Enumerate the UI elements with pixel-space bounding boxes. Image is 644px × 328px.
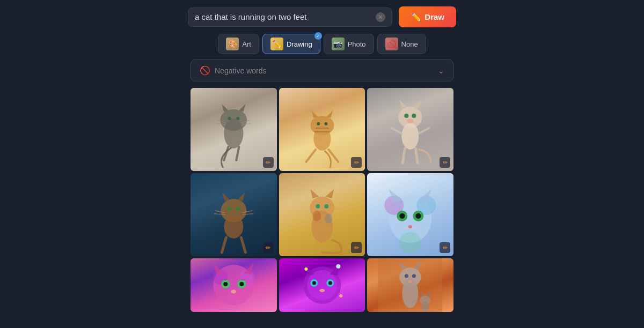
search-box: ✕: [188, 8, 392, 27]
draw-button[interactable]: ✏️ Draw: [399, 6, 456, 27]
svg-point-87: [312, 281, 316, 285]
svg-point-63: [408, 225, 413, 228]
grid-row-2: ✏ ✏: [191, 173, 453, 256]
negative-words-left: 🚫 Negative words: [200, 65, 267, 76]
svg-marker-36: [237, 192, 245, 201]
svg-line-65: [400, 229, 408, 229]
svg-marker-35: [222, 192, 230, 201]
style-tabs: 🎨 Art ✏️ Drawing ✓ 📷 Photo 🚫 None: [218, 34, 426, 54]
edit-icon-1[interactable]: ✏: [263, 157, 274, 168]
svg-point-16: [317, 122, 320, 125]
tab-drawing[interactable]: ✏️ Drawing ✓: [262, 34, 320, 54]
image-cell-3[interactable]: ✏: [367, 88, 453, 171]
tab-none[interactable]: 🚫 None: [377, 34, 426, 54]
svg-point-99: [422, 301, 429, 312]
tab-photo[interactable]: 📷 Photo: [324, 34, 374, 54]
svg-point-95: [405, 274, 408, 278]
svg-marker-25: [414, 100, 421, 108]
svg-line-43: [222, 237, 226, 252]
search-input[interactable]: [195, 12, 371, 21]
image-cell-5[interactable]: ✏: [279, 173, 365, 256]
edit-icon-3[interactable]: ✏: [440, 157, 450, 168]
svg-point-4: [228, 117, 231, 120]
svg-point-82: [304, 267, 308, 271]
edit-icon-6[interactable]: ✏: [440, 242, 450, 253]
svg-point-62: [416, 213, 421, 219]
svg-line-32: [416, 148, 418, 163]
svg-marker-47: [310, 189, 319, 198]
svg-point-38: [236, 206, 240, 211]
svg-line-40: [214, 214, 225, 214]
search-row: ✕ ✏️ Draw: [188, 6, 456, 27]
svg-line-11: [236, 147, 239, 160]
pencil-icon: ✏️: [411, 12, 421, 22]
svg-point-76: [239, 282, 244, 286]
svg-point-52: [325, 214, 332, 223]
none-thumb: 🚫: [385, 38, 398, 50]
svg-marker-24: [400, 100, 407, 108]
svg-point-61: [400, 213, 405, 219]
edit-icon-5[interactable]: ✏: [351, 242, 362, 253]
drawing-thumb: ✏️: [270, 38, 283, 50]
svg-point-88: [328, 281, 332, 285]
svg-point-13: [313, 127, 331, 151]
tab-none-label: None: [401, 40, 418, 48]
svg-point-96: [412, 274, 416, 278]
svg-point-84: [339, 294, 342, 297]
svg-line-30: [419, 128, 429, 133]
active-check-badge: ✓: [314, 32, 322, 40]
svg-point-28: [407, 119, 414, 123]
svg-point-23: [402, 123, 419, 150]
image-grid: ✏ ✏: [191, 88, 453, 312]
image-cell-2[interactable]: ✏: [279, 88, 365, 171]
image-cell-4[interactable]: ✏: [191, 173, 277, 256]
svg-point-5: [236, 117, 239, 120]
edit-icon-2[interactable]: ✏: [351, 157, 362, 168]
svg-marker-15: [326, 110, 333, 118]
svg-line-20: [306, 150, 316, 162]
svg-line-67: [413, 229, 421, 229]
draw-button-label: Draw: [425, 12, 444, 21]
clear-search-button[interactable]: ✕: [376, 12, 385, 22]
svg-point-75: [223, 282, 228, 286]
top-area: ✕ ✏️ Draw 🎨 Art ✏️ Drawing ✓ 📷 Photo 🚫 N…: [0, 0, 644, 81]
image-cell-1[interactable]: ✏: [191, 88, 277, 171]
grid-row-3: ✏ ✏: [191, 258, 453, 312]
edit-icon-4[interactable]: ✏: [263, 242, 274, 253]
tab-photo-label: Photo: [348, 40, 366, 48]
svg-line-31: [403, 148, 405, 163]
image-cell-6[interactable]: ✏: [367, 173, 453, 256]
svg-line-42: [242, 214, 253, 214]
no-icon: 🚫: [200, 65, 210, 76]
svg-point-17: [324, 122, 327, 125]
image-cell-8[interactable]: ✏: [279, 258, 365, 312]
svg-point-34: [224, 215, 243, 238]
svg-line-44: [241, 237, 245, 252]
tab-art-label: Art: [242, 40, 251, 48]
svg-point-77: [231, 290, 236, 294]
negative-words-row[interactable]: 🚫 Negative words ⌄: [191, 59, 453, 81]
svg-point-37: [227, 206, 231, 211]
svg-point-27: [412, 114, 416, 118]
svg-point-56: [400, 232, 421, 254]
tab-art[interactable]: 🎨 Art: [218, 34, 259, 54]
svg-point-50: [324, 204, 328, 208]
svg-point-89: [319, 289, 325, 292]
grid-row-1: ✏ ✏: [191, 88, 453, 171]
photo-thumb: 📷: [332, 38, 345, 50]
art-thumb: 🎨: [226, 38, 239, 50]
svg-point-26: [405, 114, 409, 118]
svg-point-51: [312, 211, 321, 221]
expand-icon: ⌄: [438, 66, 444, 75]
svg-point-83: [336, 264, 340, 269]
svg-marker-14: [311, 110, 318, 118]
image-cell-7[interactable]: ✏: [191, 258, 277, 312]
svg-line-29: [392, 128, 402, 133]
svg-point-49: [316, 204, 320, 208]
image-cell-9[interactable]: ✏: [367, 258, 453, 312]
svg-marker-48: [325, 189, 334, 198]
svg-point-97: [408, 280, 413, 283]
svg-point-1: [224, 118, 243, 148]
tab-drawing-label: Drawing: [287, 40, 312, 48]
negative-words-label: Negative words: [215, 66, 267, 75]
